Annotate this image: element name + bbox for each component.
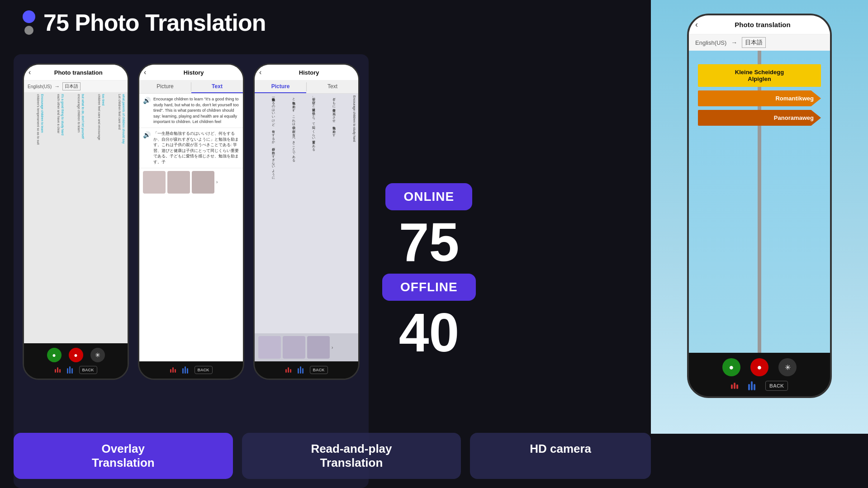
phone-2-content: 🔊 Encourage children to learn "it's a go… — [139, 94, 243, 361]
bar-p3-s2 — [290, 369, 291, 373]
phone-1-lang-from[interactable]: English(US) — [28, 84, 52, 89]
large-green-icon: ● — [729, 363, 734, 372]
large-lang-to[interactable]: 日本語 — [742, 37, 766, 48]
bar-p2-s2 — [175, 369, 176, 373]
large-lang-arrow: → — [731, 39, 737, 46]
thumb-1[interactable] — [143, 171, 166, 194]
sign-area: Kleine ScheideggAlpiglen Romantikweg Pan… — [689, 51, 830, 353]
phone-1-lang-arrow: → — [54, 83, 60, 90]
thumb-2[interactable] — [167, 171, 190, 194]
phone-3-content: 一生懸命勉強するのはいいけど、何をするか、自分が疲れすぎないように と勉強を励ま… — [255, 94, 358, 361]
phone-2-tab-text[interactable]: Text — [191, 81, 243, 93]
phone-1-lang-bar: English(US) → 日本語 — [24, 81, 128, 92]
bar-lg-m3 — [754, 384, 755, 390]
bars-p3-2 — [298, 366, 304, 374]
offline-number: 40 — [399, 305, 459, 360]
large-lang-from[interactable]: English(US) — [695, 39, 726, 46]
large-phone-title: Photo translation — [702, 21, 824, 28]
large-camera-controls: ● ● ✳ — [722, 358, 797, 376]
phone-2-tab-picture[interactable]: Picture — [139, 81, 191, 93]
phone-1-back-icon[interactable]: ‹ — [28, 68, 31, 76]
phone-2-back-button[interactable]: BACK — [194, 366, 213, 374]
large-btn-green[interactable]: ● — [722, 358, 740, 376]
phone-3-bottom: BACK — [255, 361, 358, 379]
bar-lg-m1 — [734, 383, 735, 389]
large-red-icon: ● — [757, 363, 762, 372]
thumb-3[interactable] — [192, 171, 214, 194]
rotated-col-2: it's a good thing to study hard each oth… — [46, 94, 65, 341]
phone-3-back-button[interactable]: BACK — [310, 366, 328, 374]
jp-col-4: 子どもに愛情を感じさせ、勉強を励ます — [317, 95, 337, 360]
phone-1-lang-to[interactable]: 日本語 — [62, 82, 81, 90]
phone-3-thumbnails: › — [255, 333, 358, 361]
bar-p2-m3 — [187, 368, 188, 374]
hd-camera-text: HD camera — [530, 442, 591, 455]
bar-p3-s1 — [285, 369, 287, 373]
phone-3-tab-text[interactable]: Text — [307, 81, 358, 93]
phone-1-bottom-nav: BACK — [55, 366, 97, 374]
large-back-button[interactable]: BACK — [765, 381, 788, 391]
phone-1-content: Encourage children to learn children's t… — [24, 92, 128, 343]
bar-p3-m2 — [298, 368, 299, 374]
phone-2-screen: ‹ History Picture Text 🔊 Encourage child… — [139, 65, 243, 361]
bars-p2-2 — [182, 366, 188, 374]
large-phone-top-bar: ‹ Photo translation — [689, 15, 830, 34]
thumb-3-2[interactable] — [283, 336, 305, 359]
large-btn-snowflake[interactable]: ✳ — [778, 358, 797, 376]
overlay-translation-text: OverlayTranslation — [92, 442, 155, 469]
bar-p3-l1 — [300, 366, 301, 374]
phone-2-thumbnails: › — [139, 168, 243, 196]
phone-3-back-icon[interactable]: ‹ — [259, 68, 261, 76]
thumb-arrow[interactable]: › — [216, 180, 218, 185]
phone-1-back-button[interactable]: BACK — [79, 366, 97, 374]
phone-3-tab-picture[interactable]: Picture — [255, 81, 306, 93]
phone-1-nav-bars-2[interactable] — [67, 366, 73, 374]
bar-l-1 — [69, 366, 71, 374]
audio-icon-2[interactable]: 🔊 — [143, 131, 151, 140]
phone-3-nav-bars-2[interactable] — [298, 366, 304, 374]
phone-1-btn-red[interactable]: ● — [69, 348, 83, 362]
phone-1-nav-bars-1[interactable] — [55, 367, 61, 373]
dot-gray — [24, 26, 33, 35]
phone-1-bottom: ● ● ✳ — [24, 343, 128, 379]
online-badge: ONLINE — [385, 183, 472, 210]
bar-lg-l1 — [751, 381, 753, 390]
large-snowflake-icon: ✳ — [785, 363, 791, 372]
large-nav-bars-1[interactable] — [731, 383, 738, 389]
bar-lg-s2 — [736, 384, 738, 389]
phone-2-top-bar: ‹ History — [139, 65, 243, 81]
snowflake-icon: ✳ — [95, 351, 100, 359]
large-btn-red[interactable]: ● — [750, 358, 768, 376]
phone-1-btn-green[interactable]: ● — [47, 348, 62, 362]
header: 75 Photo Translation — [23, 9, 266, 36]
bars-2 — [67, 366, 73, 374]
large-nav-bars-2[interactable] — [748, 381, 755, 390]
phone-3-nav-bars-1[interactable] — [285, 367, 291, 373]
read-play-text: Read-and-playTranslation — [311, 442, 392, 469]
thumb-3-arrow[interactable]: › — [332, 345, 333, 350]
large-bottom-nav: BACK — [731, 381, 788, 391]
phone-2-back-icon[interactable]: ‹ — [144, 68, 146, 76]
phone-3-title: History — [264, 69, 354, 76]
jp-text-columns: 一生懸命勉強するのはいいけど、何をするか、自分が疲れすぎないように と勉強を励ま… — [255, 94, 358, 361]
phone-2: ‹ History Picture Text 🔊 Encourage child… — [138, 63, 244, 380]
overlay-translation-label: OverlayTranslation — [14, 433, 233, 479]
large-phone-back-icon[interactable]: ‹ — [695, 20, 698, 29]
hd-camera-label: HD camera — [470, 433, 651, 479]
phone-3: ‹ History Picture Text 一生懸命勉強するのはいいけど、何を… — [253, 63, 360, 380]
header-dots — [23, 10, 35, 35]
phone-1-title: Photo translation — [33, 69, 123, 76]
bar-p2-m2 — [182, 368, 184, 374]
phones-panel: ‹ Photo translation English(US) → 日本語 En… — [14, 54, 369, 488]
thumb-3-1[interactable] — [258, 336, 281, 359]
bars-large-2 — [748, 381, 755, 390]
phone-2-nav-bars-1[interactable] — [170, 367, 176, 373]
bar-p3-m1 — [288, 367, 289, 373]
phone-3-tab-bar: Picture Text — [255, 81, 358, 94]
bar-p3-m3 — [302, 368, 304, 374]
phone-1-btn-snowflake[interactable]: ✳ — [90, 348, 105, 362]
phone-1-screen: ‹ Photo translation English(US) → 日本語 En… — [24, 65, 128, 343]
phone-2-nav-bars-2[interactable] — [182, 366, 188, 374]
audio-icon-1[interactable]: 🔊 — [143, 96, 151, 105]
thumb-3-3[interactable] — [307, 336, 330, 359]
